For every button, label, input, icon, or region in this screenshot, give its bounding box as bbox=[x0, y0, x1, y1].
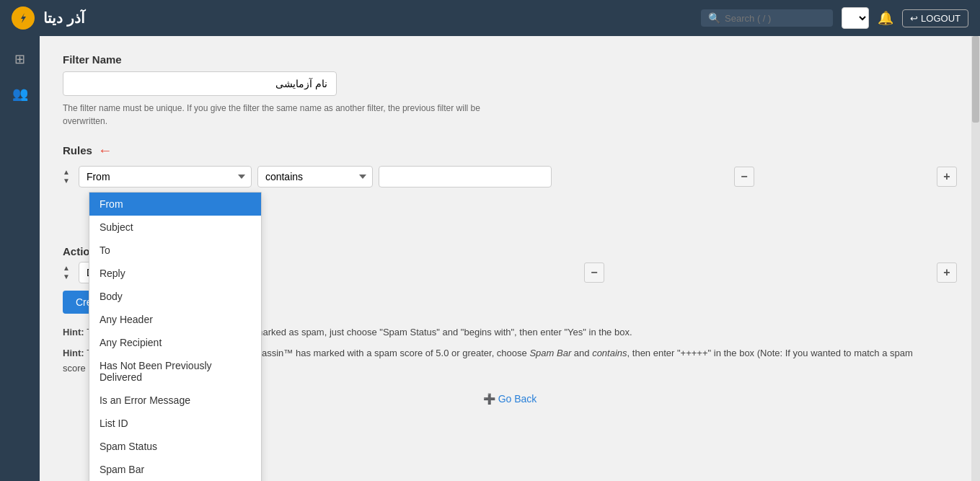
dropdown-item-list-id[interactable]: List ID bbox=[89, 412, 261, 435]
go-back-link[interactable]: ➕ Go Back bbox=[483, 393, 537, 405]
scrollbar-track[interactable] bbox=[971, 36, 980, 481]
scrollbar-thumb[interactable] bbox=[972, 36, 979, 123]
search-input[interactable] bbox=[725, 13, 826, 24]
sidebar-grid-icon[interactable]: ⊞ bbox=[6, 45, 35, 74]
actions-remove-button[interactable]: − bbox=[584, 262, 604, 283]
rules-field-dropdown: From Subject To Reply Body Any Header An… bbox=[89, 192, 262, 481]
sidebar-users-icon[interactable]: 👥 bbox=[6, 79, 35, 108]
dropdown-item-not-delivered[interactable]: Has Not Been Previously Delivered bbox=[89, 354, 261, 389]
rules-remove-button[interactable]: − bbox=[734, 167, 754, 187]
rules-arrow-icon: ← bbox=[98, 142, 112, 159]
actions-add-button[interactable]: + bbox=[937, 262, 957, 283]
rules-arrow-up[interactable]: ▲ bbox=[63, 169, 70, 176]
logout-label: LOGOUT bbox=[921, 13, 961, 24]
bell-icon[interactable]: 🔔 bbox=[878, 10, 893, 26]
rules-condition-select[interactable]: contains does not contain begins with en… bbox=[257, 166, 373, 187]
rules-row: ▲ ▼ From Subject To Reply Body Any Heade… bbox=[63, 166, 957, 187]
dropdown-item-error-message[interactable]: Is an Error Message bbox=[89, 389, 261, 412]
filter-name-label: Filter Name bbox=[63, 53, 957, 66]
dropdown-item-to[interactable]: To bbox=[89, 239, 261, 262]
filter-name-section: Filter Name The filter name must be uniq… bbox=[63, 53, 957, 128]
actions-arrow-down[interactable]: ▼ bbox=[63, 273, 70, 281]
dropdown-item-subject[interactable]: Subject bbox=[89, 216, 261, 239]
logout-icon: ↩ bbox=[910, 13, 918, 24]
go-back-label: Go Back bbox=[498, 393, 537, 405]
rules-field-wrapper: From Subject To Reply Body Any Header An… bbox=[79, 166, 252, 187]
logo-text: آذر دیتا bbox=[43, 9, 85, 27]
go-back-icon: ➕ bbox=[483, 393, 495, 405]
rules-text: Rules bbox=[63, 144, 92, 156]
dropdown-item-spam-bar[interactable]: Spam Bar bbox=[89, 458, 261, 481]
navbar-select[interactable] bbox=[842, 7, 869, 29]
svg-marker-0 bbox=[21, 13, 26, 23]
search-icon: 🔍 bbox=[708, 12, 720, 24]
actions-arrow-up[interactable]: ▲ bbox=[63, 265, 70, 272]
navbar-right: 🔍 🔔 ↩ LOGOUT bbox=[701, 7, 968, 29]
logout-button[interactable]: ↩ LOGOUT bbox=[902, 9, 968, 27]
filter-name-input[interactable] bbox=[63, 71, 337, 96]
search-box: 🔍 bbox=[701, 9, 833, 27]
actions-sort-arrows: ▲ ▼ bbox=[63, 265, 70, 281]
rules-arrow-down[interactable]: ▼ bbox=[63, 177, 70, 185]
main-content: Filter Name The filter name must be uniq… bbox=[40, 36, 980, 481]
rules-value-input[interactable] bbox=[379, 166, 552, 187]
rules-label: Rules ← bbox=[63, 142, 957, 159]
rules-sort-arrows: ▲ ▼ bbox=[63, 169, 70, 185]
dropdown-item-any-recipient[interactable]: Any Recipient bbox=[89, 331, 261, 354]
hint2-title: Hint: bbox=[63, 348, 87, 358]
logo-icon bbox=[12, 6, 35, 30]
dropdown-item-body[interactable]: Body bbox=[89, 285, 261, 308]
dropdown-item-reply[interactable]: Reply bbox=[89, 262, 261, 285]
sidebar: ⊞ 👥 bbox=[0, 36, 40, 481]
filter-name-hint: The filter name must be unique. If you g… bbox=[63, 102, 481, 128]
rules-add-button[interactable]: + bbox=[937, 167, 957, 187]
hint1-title: Hint: bbox=[63, 327, 87, 337]
dropdown-item-from[interactable]: From bbox=[89, 193, 261, 216]
navbar-left: آذر دیتا bbox=[12, 6, 85, 30]
dropdown-item-spam-status[interactable]: Spam Status bbox=[89, 435, 261, 458]
navbar: آذر دیتا 🔍 🔔 ↩ LOGOUT bbox=[0, 0, 980, 36]
rules-field-select[interactable]: From Subject To Reply Body Any Header An… bbox=[79, 166, 252, 187]
dropdown-item-any-header[interactable]: Any Header bbox=[89, 308, 261, 331]
